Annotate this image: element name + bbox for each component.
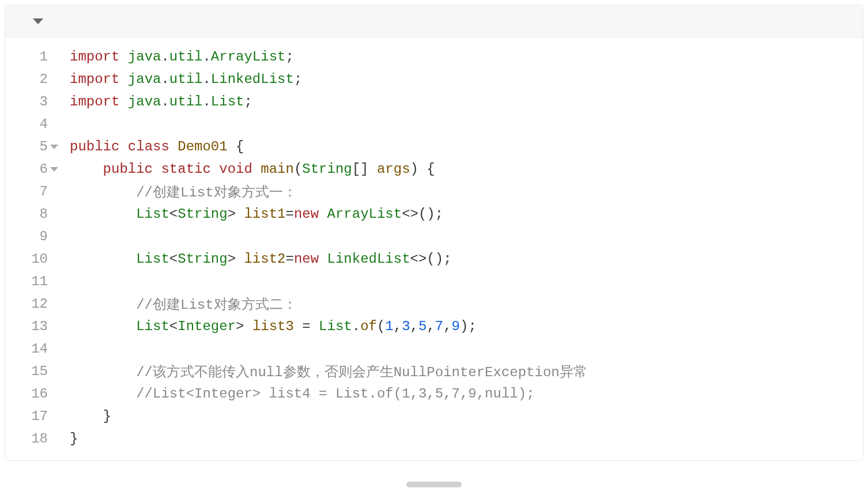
token-punct (252, 161, 261, 177)
token-kw: class (128, 139, 169, 154)
token-punct: = (294, 319, 319, 334)
gutter: 123456789101112131415161718 (5, 46, 59, 450)
line-number: 11 (29, 274, 48, 289)
gutter-row: 5 (5, 135, 59, 158)
token-ident: of (360, 319, 377, 334)
gutter-row: 18 (5, 427, 59, 450)
gutter-row: 11 (5, 270, 59, 293)
code-line[interactable]: List<String> list2=new LinkedList<>(); (70, 248, 863, 270)
token-punct: = (285, 251, 293, 267)
editor-toolbar (5, 5, 863, 37)
token-punct: ; (294, 71, 302, 87)
token-punct: , (427, 319, 435, 334)
gutter-row: 10 (5, 248, 59, 270)
code-line[interactable]: import java.util.ArrayList; (70, 46, 863, 68)
gutter-row: 17 (5, 405, 59, 427)
gutter-row: 7 (5, 180, 59, 203)
code-line[interactable]: //List<Integer> list4 = List.of(1,3,5,7,… (70, 383, 863, 405)
token-ident: args (377, 161, 410, 177)
token-punct (211, 161, 219, 177)
token-punct: > (228, 251, 244, 267)
token-punct: > (236, 319, 252, 334)
token-punct: = (285, 206, 293, 222)
code-lines[interactable]: import java.util.ArrayList;import java.u… (59, 46, 863, 450)
line-number: 1 (29, 49, 48, 65)
token-punct (70, 161, 103, 177)
fold-chevron-down-icon[interactable] (50, 167, 58, 172)
token-punct: , (443, 319, 451, 334)
code-line[interactable]: //创建List对象方式二： (70, 293, 863, 315)
token-punct: . (352, 319, 360, 334)
gutter-row: 4 (5, 113, 59, 135)
line-number: 5 (29, 139, 48, 154)
token-type: List (136, 206, 169, 222)
token-kw: public (70, 139, 119, 154)
token-num: 5 (418, 319, 427, 334)
fold-chevron-down-icon[interactable] (50, 145, 58, 149)
line-number: 10 (29, 251, 48, 267)
line-number: 13 (29, 319, 48, 334)
token-type: util (169, 94, 203, 109)
line-number: 6 (29, 161, 48, 177)
token-punct: < (169, 251, 178, 267)
token-ident: list2 (244, 251, 285, 267)
line-number: 12 (29, 296, 48, 312)
code-line[interactable]: import java.util.List; (70, 90, 863, 113)
gutter-row: 1 (5, 46, 59, 68)
line-number: 8 (29, 206, 48, 222)
code-line[interactable]: public static void main(String[] args) { (70, 158, 863, 180)
token-punct: , (394, 319, 402, 334)
code-line[interactable] (70, 338, 863, 360)
code-line[interactable] (70, 270, 863, 293)
token-type: List (136, 319, 169, 334)
code-line[interactable]: import java.util.LinkedList; (70, 68, 863, 90)
token-punct: } (70, 431, 78, 446)
code-line[interactable]: List<String> list1=new ArrayList<>(); (70, 203, 863, 225)
token-type: ArrayList (327, 206, 402, 222)
token-kw: import (70, 49, 119, 65)
token-punct (70, 386, 136, 402)
token-punct: <>(); (402, 206, 443, 222)
token-punct: . (161, 94, 169, 109)
code-line[interactable]: //该方式不能传入null参数，否则会产生NullPointerExceptio… (70, 360, 863, 383)
code-line[interactable]: } (70, 427, 863, 450)
token-punct: ) { (410, 161, 435, 177)
code-line[interactable] (70, 225, 863, 248)
line-number: 9 (29, 229, 48, 244)
token-punct (70, 364, 136, 379)
gutter-row: 9 (5, 225, 59, 248)
token-type: util (169, 49, 203, 65)
token-punct: . (161, 71, 169, 87)
code-area[interactable]: 123456789101112131415161718 import java.… (5, 37, 863, 460)
token-punct (119, 139, 127, 154)
token-punct (70, 319, 136, 334)
token-punct: < (169, 319, 178, 334)
chevron-down-icon[interactable] (33, 18, 43, 24)
gutter-row: 3 (5, 90, 59, 113)
token-punct: . (161, 49, 169, 65)
token-punct: . (202, 94, 210, 109)
token-kw: new (294, 251, 319, 267)
token-punct: , (410, 319, 418, 334)
token-type: String (302, 161, 352, 177)
code-line[interactable]: public class Demo01 { (70, 135, 863, 158)
token-punct (119, 49, 127, 65)
gutter-row: 2 (5, 68, 59, 90)
token-type: List (136, 251, 169, 267)
token-punct: ; (285, 49, 293, 65)
token-punct (70, 251, 136, 267)
token-comment: //该方式不能传入null参数，否则会产生NullPointerExceptio… (136, 362, 587, 381)
token-punct: ( (294, 161, 302, 177)
token-type: java (128, 49, 161, 65)
token-type: LinkedList (211, 71, 294, 87)
gutter-row: 15 (5, 360, 59, 383)
token-comment: //创建List对象方式一： (136, 183, 296, 201)
code-line[interactable] (70, 113, 863, 135)
token-punct (169, 139, 178, 154)
code-line[interactable]: //创建List对象方式一： (70, 180, 863, 203)
code-line[interactable]: List<Integer> list3 = List.of(1,3,5,7,9)… (70, 315, 863, 338)
code-line[interactable]: } (70, 405, 863, 427)
token-punct: { (228, 139, 244, 154)
code-editor: 123456789101112131415161718 import java.… (5, 5, 863, 461)
token-punct (153, 161, 161, 177)
